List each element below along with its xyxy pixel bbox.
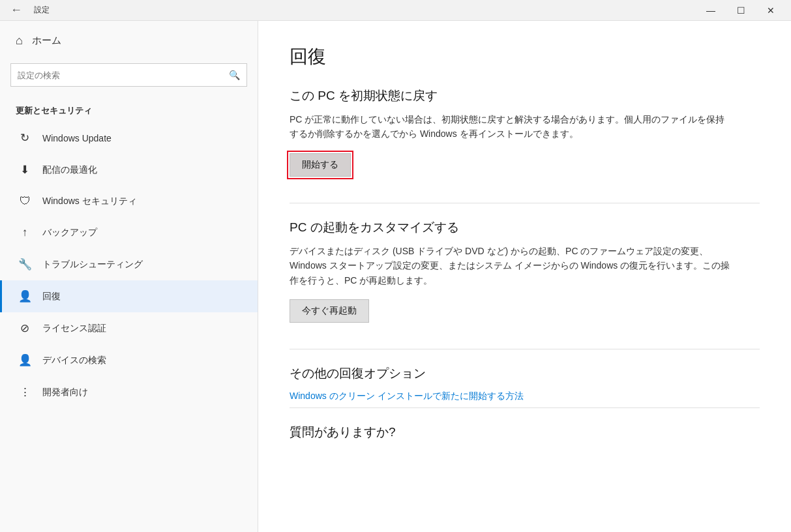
backup-icon: ↑ [18,226,32,239]
sidebar-section-title: 更新とセキュリティ [0,100,258,122]
content-area: 回復 この PC を初期状態に戻す PC が正常に動作していない場合は、初期状態… [258,21,791,532]
sidebar-item-label-security: Windows セキュリティ [42,196,137,207]
home-icon: ⌂ [16,34,23,48]
sidebar-home-item[interactable]: ⌂ ホーム [0,21,258,61]
section1-desc: PC が正常に動作していない場合は、初期状態に戻すと解決する場合があります。個人… [290,112,733,141]
sidebar-item-label-developer: 開発者向け [42,387,88,398]
sidebar: ⌂ ホーム 🔍 更新とセキュリティ ↻ Windows Update ⬇ 配信の… [0,21,258,532]
sidebar-item-troubleshoot[interactable]: 🔧 トラブルシューティング [0,248,258,280]
sidebar-item-label-find-device: デバイスの検索 [42,355,106,366]
sidebar-item-label-backup: バックアップ [42,227,97,239]
title-bar-left: ← 設定 [5,0,50,21]
find-device-icon: 👤 [18,353,32,367]
sidebar-item-label-activation: ライセンス認証 [42,323,106,334]
section2-desc: デバイスまたはディスク (USB ドライブや DVD など) からの起動、PC … [290,244,733,288]
back-button[interactable]: ← [5,0,27,21]
recovery-icon: 👤 [18,289,32,303]
update-icon: ↻ [18,131,32,145]
sidebar-item-windows-update[interactable]: ↻ Windows Update [0,122,258,154]
divider-1 [290,203,760,203]
restart-now-button[interactable]: 今すぐ再起動 [290,299,369,323]
developer-icon: ⋮ [18,385,32,399]
page-title: 回復 [290,44,760,69]
clean-install-link[interactable]: Windows のクリーン インストールで新たに開始する方法 [290,391,524,401]
shield-icon: 🛡 [18,195,32,208]
sidebar-item-activation[interactable]: ⊘ ライセンス認証 [0,312,258,344]
sidebar-item-label-troubleshoot: トラブルシューティング [42,259,143,271]
sidebar-home-label: ホーム [32,35,61,47]
sidebar-item-label-recovery: 回復 [42,291,61,303]
delivery-icon: ⬇ [18,163,32,177]
sidebar-item-find-device[interactable]: 👤 デバイスの検索 [0,344,258,376]
divider-2 [290,349,760,349]
sidebar-item-windows-security[interactable]: 🛡 Windows セキュリティ [0,186,258,217]
activation-icon: ⊘ [18,321,32,335]
sidebar-item-label-update: Windows Update [42,133,112,143]
section1-title: この PC を初期状態に戻す [290,87,760,104]
app-body: ⌂ ホーム 🔍 更新とセキュリティ ↻ Windows Update ⬇ 配信の… [0,21,791,532]
title-bar-controls: — ☐ ✕ [696,0,786,21]
divider-3 [290,407,760,408]
maximize-button[interactable]: ☐ [726,0,756,21]
search-input[interactable] [18,70,229,80]
section2-title: PC の起動をカスタマイズする [290,219,760,236]
title-bar-title: 設定 [34,5,50,16]
search-box: 🔍 [10,63,247,87]
title-bar: ← 設定 — ☐ ✕ [0,0,791,21]
section4-title: 質問がありますか? [290,424,760,441]
sidebar-item-developer[interactable]: ⋮ 開発者向け [0,376,258,408]
troubleshoot-icon: 🔧 [18,258,32,271]
sidebar-item-recovery[interactable]: 👤 回復 [0,280,258,312]
section3-title: その他の回復オプション [290,365,760,382]
start-button[interactable]: 開始する [290,153,351,177]
sidebar-item-delivery-optimization[interactable]: ⬇ 配信の最適化 [0,154,258,186]
close-button[interactable]: ✕ [756,0,786,21]
minimize-button[interactable]: — [696,0,726,21]
search-icon: 🔍 [229,70,240,80]
sidebar-item-label-delivery: 配信の最適化 [42,164,97,176]
sidebar-item-backup[interactable]: ↑ バックアップ [0,217,258,248]
